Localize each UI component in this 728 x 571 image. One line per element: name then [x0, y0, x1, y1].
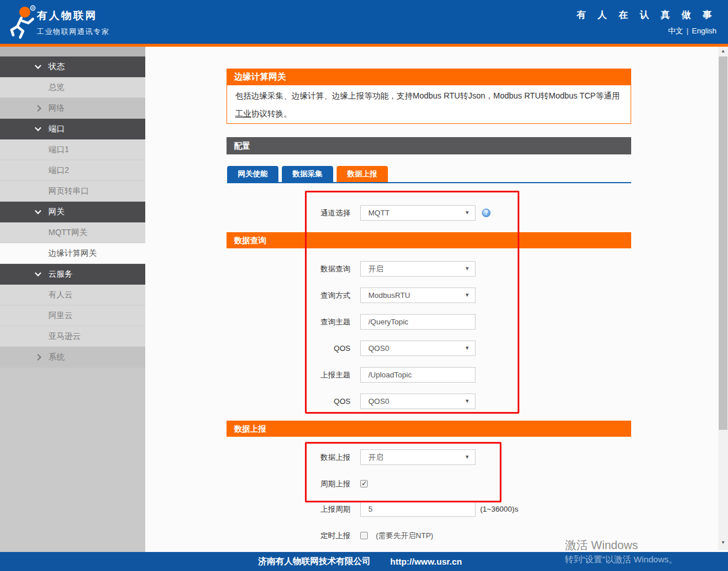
sidebar-group-label: 云服务: [48, 269, 73, 279]
chevron-down-icon: [35, 124, 41, 131]
upload-topic-row: 上报主题: [297, 367, 476, 383]
upload-qos-select[interactable]: QOS0▼: [360, 394, 476, 409]
dropdown-arrow-icon: ▼: [465, 206, 470, 220]
windows-activation-watermark-line2: 转到“设置”以激活 Windows。: [565, 554, 677, 565]
sidebar-item-label: MQTT网关: [48, 228, 88, 238]
footer-url-link[interactable]: http://www.usr.cn: [390, 557, 462, 566]
sidebar-group-label: 端口: [48, 124, 65, 134]
sidebar-item-port2[interactable]: 端口2: [0, 160, 145, 181]
query-topic-label: 查询主题: [297, 317, 350, 327]
periodic-upload-label: 周期上报: [297, 479, 350, 489]
query-qos-label: QOS: [297, 344, 350, 353]
help-icon[interactable]: ?: [482, 209, 491, 217]
upload-section-title: 数据上报: [227, 421, 631, 437]
query-qos-select[interactable]: QOS0▼: [360, 341, 476, 356]
periodic-upload-row: 周期上报: [297, 476, 368, 491]
timed-upload-checkbox[interactable]: [360, 532, 368, 539]
sidebar-group-gateway[interactable]: 网关: [0, 202, 145, 222]
upload-topic-input[interactable]: [360, 367, 476, 383]
upload-topic-label: 上报主题: [297, 370, 350, 380]
sidebar-group-system[interactable]: 系统: [0, 347, 145, 368]
upload-period-row: 上报周期 (1~36000)s: [297, 501, 518, 517]
tab-bar: 网关使能 数据采集 数据上报: [227, 166, 391, 182]
sidebar-group-cloud[interactable]: 云服务: [0, 264, 145, 285]
brand-title: 有人物联网: [37, 9, 110, 22]
lang-chinese-link[interactable]: 中文: [668, 27, 683, 35]
channel-select-row: 通道选择 MQTT▼ ?: [297, 205, 491, 221]
sidebar-item-label: 网页转串口: [48, 186, 89, 196]
chevron-down-icon: [35, 207, 41, 214]
description-text: 包括边缘采集、边缘计算、边缘上报等功能，支持Modbus RTU转Json，Mo…: [235, 91, 620, 100]
chevron-down-icon: [35, 270, 41, 276]
query-method-select[interactable]: ModbusRTU▼: [360, 288, 476, 303]
sidebar-item-label: 端口2: [48, 165, 69, 176]
query-method-row: 查询方式 ModbusRTU▼: [297, 288, 476, 303]
sidebar-item-mqtt-gateway[interactable]: MQTT网关: [0, 222, 145, 243]
query-enable-select[interactable]: 开启▼: [360, 261, 476, 277]
dropdown-arrow-icon: ▼: [465, 341, 470, 356]
tab-underline: [227, 182, 631, 183]
sidebar-group-label: 网络: [48, 103, 65, 114]
upload-enable-row: 数据上报 开启▼: [297, 449, 476, 465]
scrollbar-down-arrow[interactable]: ▼: [718, 538, 728, 547]
upload-enable-select[interactable]: 开启▼: [360, 449, 476, 465]
query-qos-value: QOS0: [368, 344, 389, 353]
upload-qos-value: QOS0: [368, 397, 389, 406]
query-enable-label: 数据查询: [297, 264, 350, 274]
sidebar-item-usr-cloud[interactable]: 有人云: [0, 285, 145, 305]
upload-qos-row: QOS QOS0▼: [297, 394, 476, 409]
page-description: 包括边缘采集、边缘计算、边缘上报等功能，支持Modbus RTU转Json，Mo…: [227, 85, 631, 124]
sidebar-item-web-to-serial[interactable]: 网页转串口: [0, 181, 145, 202]
upload-period-range-hint: (1~36000)s: [480, 505, 518, 513]
sidebar-group-network[interactable]: 网络: [0, 98, 145, 119]
sidebar-group-label: 系统: [48, 352, 65, 362]
sidebar-item-overview[interactable]: 总览: [0, 77, 145, 98]
upload-period-input[interactable]: [360, 501, 476, 517]
query-method-value: ModbusRTU: [368, 291, 410, 300]
upload-qos-label: QOS: [297, 397, 350, 406]
periodic-upload-checkbox[interactable]: [360, 480, 368, 487]
scrollbar-up-arrow[interactable]: ▲: [718, 47, 728, 56]
chevron-down-icon: [35, 62, 41, 69]
query-topic-row: 查询主题: [297, 314, 476, 330]
sidebar-nav: 状态 总览 网络 端口 端口1 端口2 网页转串口 网关 MQTT网关 边缘计算…: [0, 47, 145, 552]
lang-english-link[interactable]: English: [692, 27, 716, 35]
sidebar-item-label: 端口1: [48, 145, 69, 155]
sidebar-item-aws-cloud[interactable]: 亚马逊云: [0, 326, 145, 347]
brand-subtitle: 工业物联网通讯专家: [37, 27, 110, 37]
windows-activation-watermark-line1: 激活 Windows: [565, 538, 638, 553]
query-topic-input[interactable]: [360, 314, 476, 330]
sidebar-item-label: 有人云: [48, 290, 73, 300]
sidebar-item-label: 阿里云: [48, 311, 73, 321]
timed-upload-label: 定时上报: [297, 531, 350, 541]
sidebar-item-label: 边缘计算网关: [48, 248, 97, 259]
sidebar-item-label: 总览: [48, 82, 65, 93]
header-slogan: 有 人 在 认 真 做 事: [576, 9, 716, 21]
query-qos-row: QOS QOS0▼: [297, 341, 476, 356]
description-text: 协议转换。: [251, 109, 292, 118]
sidebar-top-strip: [0, 47, 145, 56]
sidebar-group-status[interactable]: 状态: [0, 56, 145, 77]
upload-period-label: 上报周期: [297, 504, 350, 515]
chevron-right-icon: [35, 354, 41, 360]
scrollbar-thumb[interactable]: [719, 56, 727, 430]
tab-gateway-enable[interactable]: 网关使能: [227, 166, 278, 182]
sidebar-item-edge-gateway[interactable]: 边缘计算网关: [0, 243, 145, 264]
timed-upload-ntp-hint: (需要先开启NTP): [376, 531, 433, 541]
sidebar-item-ali-cloud[interactable]: 阿里云: [0, 305, 145, 326]
sidebar-item-port1[interactable]: 端口1: [0, 139, 145, 160]
timed-upload-row: 定时上报 (需要先开启NTP): [297, 528, 433, 543]
sidebar-group-label: 状态: [48, 62, 65, 72]
svg-text:R: R: [31, 6, 34, 10]
tab-data-upload[interactable]: 数据上报: [337, 166, 388, 182]
sidebar-group-port[interactable]: 端口: [0, 119, 145, 139]
page: R 有人物联网 工业物联网通讯专家 有 人 在 认 真 做 事 中文|Engli…: [0, 0, 728, 571]
channel-select[interactable]: MQTT▼: [360, 205, 476, 221]
dropdown-arrow-icon: ▼: [465, 394, 470, 409]
dropdown-arrow-icon: ▼: [465, 288, 470, 302]
usr-logo-icon: R: [7, 5, 37, 41]
dropdown-arrow-icon: ▼: [465, 262, 470, 276]
channel-select-value: MQTT: [368, 209, 390, 217]
tab-data-collection[interactable]: 数据采集: [282, 166, 333, 182]
query-enable-row: 数据查询 开启▼: [297, 261, 476, 277]
